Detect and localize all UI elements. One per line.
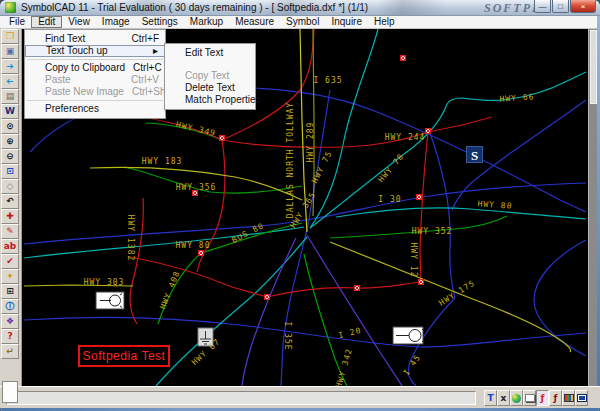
image-tool-icon [564,394,574,402]
redline-tool-button[interactable]: ƒ [536,390,549,406]
window-title: SymbolCAD 11 - Trial Evaluation ( 30 day… [21,2,368,13]
menu-inquire[interactable]: Inquire [325,16,368,28]
open-file-button[interactable]: ❒ [1,29,19,44]
bottom-toolbar: Txƒƒ [484,390,588,406]
menu-markup[interactable]: Markup [184,16,229,28]
help-icon: ? [7,332,12,341]
red-marker [198,250,204,256]
menu-item-find-text[interactable]: Find TextCtrl+F [25,33,165,45]
menu-help[interactable]: Help [368,16,401,28]
maximize-button[interactable]: □ [552,0,569,13]
print-button[interactable]: ▤ [1,89,19,104]
menu-item-label: Paste New Image [45,86,124,98]
road-label: HWY 1382 [126,215,135,262]
menu-image[interactable]: Image [96,16,136,28]
red-marker [418,279,424,285]
delete-tool-button[interactable]: x [497,390,510,406]
redline-move-tool-icon: ƒ [554,394,558,403]
menu-shortcut: Ctrl+V [131,74,159,86]
close-button[interactable]: × [570,0,596,13]
softpedia-logo: S [466,146,483,163]
menu-item-paste[interactable]: PasteCtrl+V [25,74,165,86]
help-button[interactable]: ? [1,329,19,344]
menu-view[interactable]: View [62,16,96,28]
pan-button[interactable]: ◇ [1,179,19,194]
menu-symbol[interactable]: Symbol [280,16,325,28]
menu-item-edit-text[interactable]: Edit Text [165,47,255,59]
menu-item-label: Edit Text [185,47,241,59]
zoom-out-button[interactable]: ⊖ [1,149,19,164]
dimension-icon: ⊞ [6,287,14,296]
submenu-arrow-icon: ▸ [153,46,158,56]
zoom-window-button[interactable]: ⊡ [1,164,19,179]
menu-item-paste-new-image[interactable]: Paste New ImageCtrl+Shift+V [25,86,165,98]
highlighter-button[interactable]: ✦ [1,269,19,284]
menu-item-match-properties[interactable]: Match Properties [165,94,255,106]
image-tool-button[interactable] [562,390,575,406]
menu-measure[interactable]: Measure [229,16,280,28]
info-button[interactable]: ⓘ [1,299,19,314]
exit-icon: ↵ [6,347,14,356]
markup-check-button[interactable]: ✔ [1,254,19,269]
menu-item-label: Find Text [45,33,124,45]
info-icon: ⓘ [6,302,15,311]
menu-edit[interactable]: Edit [31,16,62,28]
undo-button[interactable]: ↶ [1,194,19,209]
save-button[interactable]: ▣ [1,44,19,59]
menu-item-label: Delete Text [185,82,241,94]
print-icon: ▤ [6,92,15,101]
next-page-button[interactable]: ➔ [1,59,19,74]
menu-gap [165,59,255,70]
menu-item-label: Preferences [45,103,151,115]
text-touchup-submenu: Edit TextCopy TextDelete TextMatch Prope… [164,43,256,110]
menu-item-text-touch-up[interactable]: Text Touch up▸ [25,45,165,57]
menu-item-label: Paste [45,74,123,86]
menu-item-copy-to-clipboard[interactable]: Copy to ClipboardCtrl+C [25,62,165,74]
window-tool-button[interactable] [575,390,588,406]
globe-tool-button[interactable] [510,390,523,406]
region-tool-button[interactable] [523,390,536,406]
survey-symbol-2 [393,327,424,344]
menu-item-copy-text[interactable]: Copy Text [165,70,255,82]
red-marker [416,194,422,200]
text-note-icon: ab [4,242,17,251]
menu-item-delete-text[interactable]: Delete Text [165,82,255,94]
title-bar: SymbolCAD 11 - Trial Evaluation ( 30 day… [0,0,600,16]
edit-menu-popup: Find TextCtrl+FText Touch up▸Copy to Cli… [24,29,166,119]
exit-button[interactable]: ↵ [1,344,19,359]
road-label: HWY 244 [385,133,426,142]
zoom-button[interactable]: ⊙ [1,119,19,134]
menu-shortcut: Ctrl+C [133,62,162,74]
word-export-button[interactable]: W [1,104,19,119]
window-tool-icon [577,394,587,402]
symbol-palette-button[interactable]: ❖ [1,314,19,329]
menu-item-label: Copy to Clipboard [45,62,125,74]
vertical-scrollbar-thumb[interactable] [590,30,597,104]
menu-file[interactable]: File [3,16,31,28]
menu-separator [27,100,163,101]
menu-settings[interactable]: Settings [136,16,184,28]
vertical-scrollbar[interactable] [588,29,597,386]
red-marker [264,294,270,300]
zoom-in-button[interactable]: ⊕ [1,134,19,149]
road-label: HWY 12 [409,243,418,278]
globe-tool-icon [512,394,521,403]
prev-page-icon: ➔ [6,77,14,86]
highlighter-icon: ✦ [6,272,14,281]
markup-add-button[interactable]: ✚ [1,209,19,224]
word-export-icon: W [5,107,15,116]
prev-page-button[interactable]: ➔ [1,74,19,89]
menu-item-preferences[interactable]: Preferences [25,103,165,115]
text-tool-icon: T [487,394,493,403]
status-field [6,391,476,405]
minimize-button[interactable]: — [534,0,551,13]
app-icon [5,2,16,13]
text-tool-button[interactable]: T [484,390,497,406]
zoom-out-icon: ⊖ [6,152,14,161]
text-note-button[interactable]: ab [1,239,19,254]
dimension-button[interactable]: ⊞ [1,284,19,299]
zoom-in-icon: ⊕ [6,137,14,146]
red-marker [192,190,198,196]
draw-line-button[interactable]: ✎ [1,224,19,239]
redline-move-tool-button[interactable]: ƒ [549,390,562,406]
